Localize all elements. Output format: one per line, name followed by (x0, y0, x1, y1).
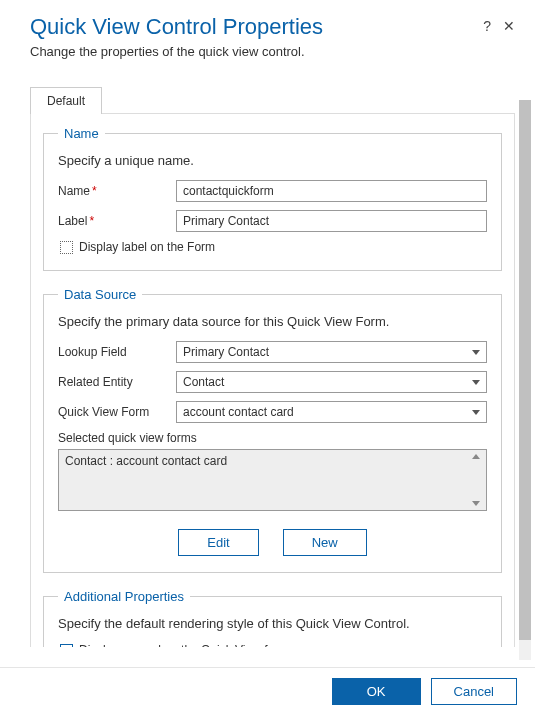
scrollbar-track[interactable] (519, 100, 531, 660)
datasource-instruction: Specify the primary data source for this… (58, 314, 487, 329)
tab-default[interactable]: Default (30, 87, 102, 114)
lookup-field-select[interactable]: Primary Contact (176, 341, 487, 363)
cancel-button[interactable]: Cancel (431, 678, 517, 705)
related-entity-label: Related Entity (58, 375, 168, 389)
display-label-text: Display label on the Form (79, 240, 215, 254)
name-input[interactable] (176, 180, 487, 202)
scrollbar-thumb[interactable] (519, 100, 531, 640)
additional-instruction: Specify the default rendering style of t… (58, 616, 487, 631)
lookup-field-label: Lookup Field (58, 345, 168, 359)
display-card-checkbox[interactable] (60, 644, 73, 648)
dialog-title: Quick View Control Properties (30, 14, 323, 40)
selected-form-item: Contact : account contact card (65, 454, 227, 468)
name-fieldset: Name Specify a unique name. Name* Label*… (43, 126, 502, 271)
name-label: Name* (58, 184, 168, 198)
selected-forms-label: Selected quick view forms (58, 431, 487, 445)
quick-view-form-label: Quick View Form (58, 405, 168, 419)
new-button[interactable]: New (283, 529, 367, 556)
display-label-checkbox[interactable] (60, 241, 73, 254)
datasource-legend: Data Source (58, 287, 142, 302)
related-entity-select[interactable]: Contact (176, 371, 487, 393)
label-label: Label* (58, 214, 168, 228)
close-icon[interactable]: ✕ (503, 18, 515, 34)
additional-legend: Additional Properties (58, 589, 190, 604)
move-down-icon[interactable] (472, 501, 480, 506)
name-legend: Name (58, 126, 105, 141)
edit-button[interactable]: Edit (178, 529, 258, 556)
dialog-subtitle: Change the properties of the quick view … (30, 44, 515, 59)
dialog-header: Quick View Control Properties ? ✕ Change… (0, 0, 535, 67)
main-content: Default Name Specify a unique name. Name… (0, 67, 535, 647)
additional-fieldset: Additional Properties Specify the defaul… (43, 589, 502, 647)
datasource-fieldset: Data Source Specify the primary data sou… (43, 287, 502, 573)
ok-button[interactable]: OK (332, 678, 421, 705)
tab-panel: Name Specify a unique name. Name* Label*… (30, 113, 515, 647)
label-input[interactable] (176, 210, 487, 232)
display-card-text: Display as card on the Quick View form (79, 643, 288, 647)
name-instruction: Specify a unique name. (58, 153, 487, 168)
help-icon[interactable]: ? (483, 18, 491, 34)
move-up-icon[interactable] (472, 454, 480, 459)
quick-view-form-select[interactable]: account contact card (176, 401, 487, 423)
selected-forms-listbox[interactable]: Contact : account contact card (58, 449, 487, 511)
dialog-footer: OK Cancel (0, 667, 535, 717)
